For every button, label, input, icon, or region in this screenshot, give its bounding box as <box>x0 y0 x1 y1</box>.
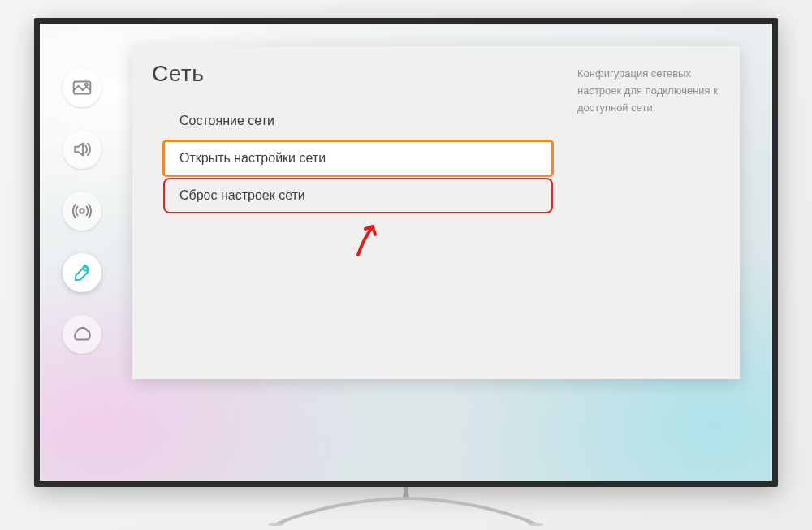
panel-main: Сеть Состояние сети Открыть настройки се… <box>132 46 571 379</box>
tv-frame: Сеть Состояние сети Открыть настройки се… <box>34 18 778 487</box>
page-title: Сеть <box>152 61 551 87</box>
description-text: Конфигурация сетевых настроек для подклю… <box>577 66 727 116</box>
svg-point-1 <box>85 84 88 86</box>
settings-sidebar <box>63 68 102 354</box>
sidebar-item-general[interactable] <box>63 253 102 292</box>
tv-screen: Сеть Состояние сети Открыть настройки се… <box>40 24 772 481</box>
svg-point-4 <box>268 523 284 526</box>
menu-list: Состояние сети Открыть настройки сети Сб… <box>165 105 551 212</box>
sidebar-item-sound[interactable] <box>63 130 102 169</box>
menu-item-label: Сброс настроек сети <box>179 188 305 202</box>
svg-point-5 <box>528 523 544 526</box>
menu-item-label: Состояние сети <box>179 114 274 127</box>
sidebar-item-picture[interactable] <box>63 68 102 107</box>
menu-item-network-status[interactable]: Состояние сети <box>165 105 551 137</box>
general-icon <box>71 262 93 283</box>
sidebar-item-broadcast[interactable] <box>63 192 102 231</box>
menu-item-open-network-settings[interactable]: Открыть настройки сети <box>165 142 551 175</box>
picture-icon <box>71 77 93 98</box>
svg-point-3 <box>84 267 88 271</box>
annotation-arrow <box>353 221 384 261</box>
tv-stand <box>260 487 552 526</box>
svg-point-2 <box>80 209 84 213</box>
panel-description: Конфигурация сетевых настроек для подклю… <box>571 46 740 379</box>
settings-panel: Сеть Состояние сети Открыть настройки се… <box>132 46 740 379</box>
broadcast-icon <box>71 200 93 222</box>
menu-item-reset-network[interactable]: Сброс настроек сети <box>165 179 551 212</box>
support-icon <box>71 324 93 345</box>
menu-item-label: Открыть настройки сети <box>179 151 326 165</box>
sound-icon <box>71 139 93 160</box>
sidebar-item-support[interactable] <box>63 315 102 354</box>
